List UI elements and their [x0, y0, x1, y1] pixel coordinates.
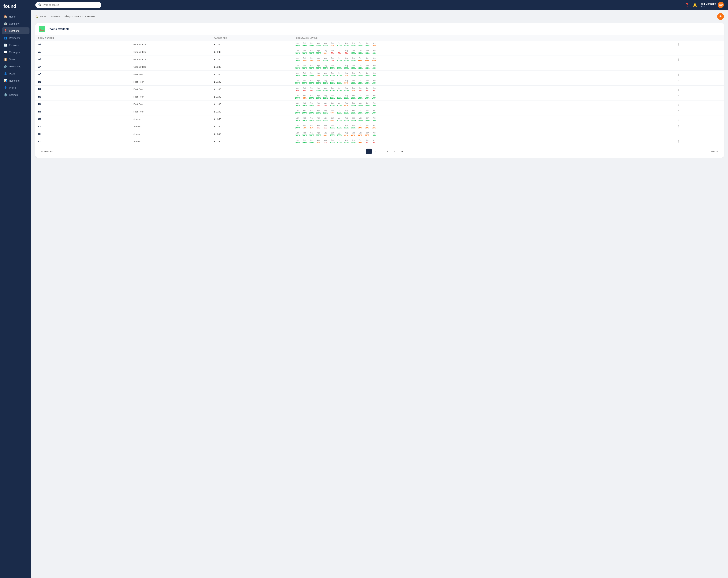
occupancy-value: 100% [364, 119, 370, 121]
breadcrumb-home[interactable]: Home [40, 15, 46, 18]
next-button[interactable]: Next → [709, 149, 720, 154]
month-label: Aug [343, 117, 349, 119]
month-label: Nov [364, 87, 370, 89]
sidebar-item-label: Messages [9, 51, 20, 54]
sidebar-item-enquiries[interactable]: 📄 Enquiries [2, 42, 29, 48]
occupancy-value: 100% [302, 74, 308, 77]
row-menu-button[interactable]: ⋮ [675, 139, 681, 144]
room-number: C4 [38, 140, 41, 143]
occupancy-value: 100% [330, 90, 335, 92]
month-label: May [322, 65, 328, 67]
month-label: May [322, 95, 328, 97]
sidebar-item-label: Residents [9, 36, 20, 40]
table-row: A3Ground floor£1,200JanFebMarAprMayJunJu… [35, 56, 724, 63]
month-label: Jul [336, 57, 342, 59]
occupancy-value: 100% [371, 134, 377, 136]
occupancy-value: 100% [350, 104, 356, 106]
row-menu-button[interactable]: ⋮ [675, 79, 681, 84]
sidebar-item-residents[interactable]: 👥 Residents [2, 34, 29, 41]
month-label: Jan [295, 42, 301, 44]
month-label: Sep [350, 80, 356, 81]
sidebar-item-networking[interactable]: 🔗 Networking [2, 63, 29, 70]
month-label: Nov [364, 140, 370, 141]
occupancy-value: 100% [350, 74, 356, 77]
occupancy-value: 100% [371, 52, 377, 54]
fee: £1,100 [214, 88, 221, 91]
row-menu-button[interactable]: ⋮ [675, 109, 681, 114]
month-label: Mar [309, 95, 314, 97]
col-occupancy: OCCUPANCY LEVELS [293, 35, 673, 41]
row-menu-button[interactable]: ⋮ [675, 131, 681, 136]
sidebar-item-settings[interactable]: ⚙️ Settings [2, 92, 29, 98]
month-label: Jun [330, 102, 335, 104]
month-label: Nov [364, 65, 370, 67]
floor: First Floor [133, 103, 144, 105]
table-row: A5First Floor£1,100JanFebMarAprMayJunJul… [35, 71, 724, 78]
month-label: Mar [309, 65, 314, 67]
month-label: Feb [302, 65, 308, 67]
month-label: Feb [302, 102, 308, 104]
row-menu-button[interactable]: ⋮ [675, 124, 681, 129]
previous-button[interactable]: ← Previous [39, 149, 55, 154]
page-9-button[interactable]: 9 [392, 149, 397, 154]
sidebar-item-home[interactable]: 🏠 Home [2, 13, 29, 20]
row-menu-button[interactable]: ⋮ [675, 65, 681, 69]
page-1-button[interactable]: 1 [359, 149, 365, 154]
month-label: May [322, 132, 328, 134]
month-label: Jan [295, 65, 301, 67]
sidebar-item-company[interactable]: 🏢 Company [2, 20, 29, 27]
occupancy-value: 0% [322, 127, 328, 129]
sidebar-item-locations[interactable]: 📍 Locations [2, 27, 29, 34]
breadcrumb-locations[interactable]: Locations [50, 15, 60, 18]
sidebar-item-reporting[interactable]: 📊 Reporting [2, 77, 29, 84]
page-2-button[interactable]: 2 [366, 149, 372, 154]
occupancy-value: 100% [371, 112, 377, 114]
month-label: May [322, 80, 328, 81]
row-menu-button[interactable]: ⋮ [675, 87, 681, 92]
sidebar-item-users[interactable]: 👤 Users [2, 70, 29, 77]
occupancy-value: 25% [343, 74, 349, 77]
room-number: A1 [38, 43, 41, 46]
row-menu-button[interactable]: ⋮ [675, 102, 681, 106]
row-menu-button[interactable]: ⋮ [675, 42, 681, 47]
notification-icon[interactable]: 🔔 [693, 3, 697, 7]
month-label: Mar [309, 132, 314, 134]
row-menu-button[interactable]: ⋮ [675, 72, 681, 77]
sidebar-item-profile[interactable]: 👤 Profile [2, 84, 29, 91]
month-label: Aug [343, 124, 349, 126]
occupancy-value: 100% [343, 90, 349, 92]
occupancy-value: 25% [330, 45, 335, 47]
month-label: Aug [343, 65, 349, 67]
breadcrumb-location-name[interactable]: Adington Manor [64, 15, 81, 18]
month-label: Mar [309, 102, 314, 104]
sidebar-item-messages[interactable]: 💬 Messages [2, 49, 29, 55]
occupancy-value: 100% [364, 82, 370, 84]
help-icon[interactable]: ❓ [685, 3, 689, 7]
occupancy-value: 100% [357, 119, 363, 121]
add-button[interactable]: + [717, 13, 724, 20]
row-menu-button[interactable]: ⋮ [675, 117, 681, 122]
sidebar-item-tasks[interactable]: 📋 Tasks [2, 56, 29, 62]
occupancy-value: 0% [364, 142, 370, 144]
occupancy-value: 60% [343, 82, 349, 84]
page-10-button[interactable]: 10 [398, 149, 404, 154]
row-menu-button[interactable]: ⋮ [675, 94, 681, 99]
month-label: Apr [315, 57, 321, 59]
occupancy-value: 100% [295, 74, 301, 77]
sidebar-nav: 🏠 Home 🏢 Company 📍 Locations 👥 Residents… [0, 13, 31, 98]
page-8-button[interactable]: 8 [385, 149, 390, 154]
search-input[interactable] [43, 3, 99, 6]
table-row: B3First Floor£1,100JanFebMarAprMayJunJul… [35, 93, 724, 100]
month-label: Mar [309, 57, 314, 59]
month-label: Sep [350, 132, 356, 134]
month-label: Jun [330, 95, 335, 97]
month-label: Apr [315, 140, 321, 141]
row-menu-button[interactable]: ⋮ [675, 57, 681, 62]
occupancy-value: 100% [371, 82, 377, 84]
messages-icon: 💬 [4, 51, 7, 54]
row-menu-button[interactable]: ⋮ [675, 49, 681, 54]
search-bar[interactable]: 🔍 [35, 2, 101, 8]
month-label: Mar [309, 72, 314, 74]
occupancy-value: 25% [357, 142, 363, 144]
page-3-button[interactable]: 3 [373, 149, 379, 154]
